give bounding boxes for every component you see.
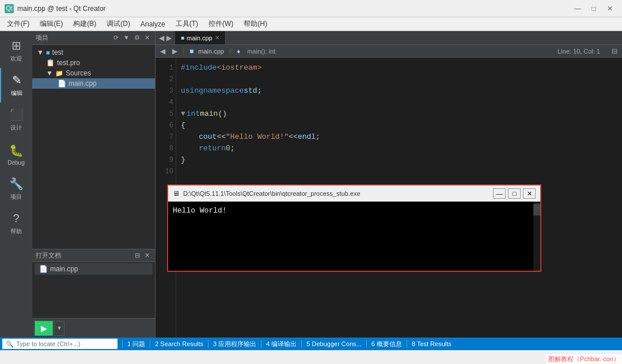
code-line-4 — [181, 97, 617, 108]
open-docs-split-icon[interactable]: ⊟ — [133, 251, 142, 260]
terminal-controls: — □ ✕ — [493, 188, 536, 199]
tab-back-icon[interactable]: ◀ — [159, 34, 164, 42]
project-icon-small: ■ — [46, 49, 50, 56]
code-line-2 — [181, 74, 617, 85]
tab-close-button[interactable]: ✕ — [215, 35, 219, 41]
open-docs-header: 打开文档 ⊟ ✕ — [32, 249, 155, 262]
toolbar-split-icon[interactable]: ⊟ — [609, 47, 620, 56]
welcome-icon: ⊞ — [12, 39, 21, 52]
menu-item-analyze[interactable]: Analyze — [136, 19, 170, 29]
terminal-popup: 🖥 D:\Qt\Qt5.11.1\Tools\QtCreator\bin\qtc… — [167, 184, 541, 272]
panel-settings-icon[interactable]: ⚙ — [132, 33, 142, 42]
status-compile-output[interactable]: 4 编译输出 — [261, 340, 301, 348]
status-debugger[interactable]: 5 Debugger Cons... — [302, 340, 366, 347]
debug-icon: 🐛 — [9, 143, 24, 157]
toolbar-back-icon[interactable]: ◀ — [158, 47, 168, 56]
code-line-8: return 0; — [181, 143, 617, 154]
tree-item-label-test: test — [52, 48, 63, 56]
terminal-title-area: 🖥 D:\Qt\Qt5.11.1\Tools\QtCreator\bin\qtc… — [173, 189, 361, 198]
project-panel-title: 项目 — [36, 33, 48, 42]
open-doc-label: main.cpp — [50, 265, 78, 273]
sidebar: ⊞ 欢迎 ✎ 编辑 ⬛ 设计 🐛 Debug 🔧 项目 ? 帮助 — [0, 31, 32, 338]
tree-item-testpro[interactable]: 📋 test.pro — [32, 58, 155, 68]
project-panel-header: 项目 ⟳ ▼ ⚙ ✕ — [32, 31, 155, 45]
open-doc-maincpp[interactable]: 📄 main.cpp — [35, 263, 153, 275]
run-controls: ▶ ▼ — [32, 318, 155, 338]
function-icon: ♦ — [237, 48, 241, 55]
scrollbar-thumb[interactable] — [533, 204, 540, 215]
terminal-output: Hello World! — [173, 206, 227, 215]
tab-name-breadcrumb: main.cpp — [198, 48, 224, 55]
sidebar-label-debug: Debug — [7, 160, 24, 166]
menu-item-e[interactable]: 编辑(E) — [35, 18, 67, 30]
terminal-titlebar: 🖥 D:\Qt\Qt5.11.1\Tools\QtCreator\bin\qtc… — [168, 185, 540, 202]
terminal-body: Hello World! — [168, 202, 540, 271]
tree-item-label-testpro: test.pro — [57, 59, 80, 67]
search-icon: 🔍 — [6, 340, 14, 348]
tree-item-maincpp[interactable]: 📄 main.cpp — [32, 78, 155, 89]
panel-header-icons: ⟳ ▼ ⚙ ✕ — [112, 33, 151, 42]
status-test-results[interactable]: 8 Test Results — [407, 340, 456, 347]
menu-item-f[interactable]: 文件(F) — [2, 18, 34, 30]
sidebar-item-project[interactable]: 🔧 项目 — [0, 172, 32, 206]
panel-filter-icon[interactable]: ▼ — [122, 33, 131, 42]
editor-area: ◀ ▶ ■ main.cpp ✕ ◀ ▶ ■ main.cpp # ♦ main… — [156, 31, 622, 338]
sidebar-item-edit[interactable]: ✎ 编辑 — [0, 68, 32, 103]
design-icon: ⬛ — [9, 108, 24, 122]
code-line-9: } — [181, 154, 617, 166]
tab-forward-icon[interactable]: ▶ — [166, 34, 172, 42]
breadcrumb-sep: # — [229, 47, 233, 55]
file-icon-cpp: 📄 — [58, 79, 66, 88]
menu-item-b[interactable]: 构建(B) — [69, 18, 101, 30]
status-general[interactable]: 6 概要信息 — [367, 340, 407, 348]
panel-close-icon[interactable]: ✕ — [143, 33, 151, 42]
search-input[interactable] — [16, 340, 114, 347]
sidebar-label-edit: 编辑 — [11, 89, 22, 97]
sidebar-item-help[interactable]: ? 帮助 — [0, 206, 32, 241]
tab-maincpp[interactable]: ■ main.cpp ✕ — [175, 31, 226, 44]
editor-toolbar: ◀ ▶ ■ main.cpp # ♦ main(): int Line: 10,… — [156, 45, 622, 58]
open-doc-icon: 📄 — [39, 265, 48, 273]
fold-icon-5[interactable]: ▼ — [181, 108, 185, 120]
code-line-3: using namespace std; — [181, 85, 617, 97]
terminal-close-btn[interactable]: ✕ — [523, 188, 536, 199]
open-docs-title: 打开文档 — [36, 251, 61, 260]
window-title: main.cpp @ test - Qt Creator — [17, 5, 106, 13]
terminal-minimize-btn[interactable]: — — [493, 188, 506, 199]
minimize-button[interactable]: — — [570, 3, 585, 14]
tree-item-sources[interactable]: ▼ 📁 Sources — [32, 68, 155, 78]
folder-icon: 📁 — [55, 70, 63, 77]
tree-item-label-maincpp: main.cpp — [69, 79, 97, 88]
menu-item-d[interactable]: 调试(D) — [102, 18, 135, 30]
maximize-button[interactable]: □ — [586, 3, 601, 14]
search-box[interactable]: 🔍 — [2, 339, 117, 349]
toolbar-forward-icon[interactable]: ▶ — [170, 47, 180, 56]
panel-sync-icon[interactable]: ⟳ — [112, 33, 120, 42]
tree-item-label-sources: Sources — [66, 69, 91, 77]
sidebar-item-design[interactable]: ⬛ 设计 — [0, 103, 32, 137]
menu-bar: 文件(F)编辑(E)构建(B)调试(D)Analyze工具(T)控件(W)帮助(… — [0, 17, 622, 31]
menu-item-t[interactable]: 工具(T) — [171, 18, 203, 30]
terminal-scrollbar[interactable] — [533, 202, 540, 271]
main-layout: ⊞ 欢迎 ✎ 编辑 ⬛ 设计 🐛 Debug 🔧 项目 ? 帮助 项目 ⟳ — [0, 31, 622, 338]
open-docs-close-icon[interactable]: ✕ — [143, 251, 151, 260]
run-dropdown-button[interactable]: ▼ — [54, 321, 65, 336]
run-button[interactable]: ▶ — [35, 321, 53, 336]
editor-tabs: ◀ ▶ ■ main.cpp ✕ — [156, 31, 622, 45]
toolbar-sep1 — [183, 47, 184, 55]
project-panel: 项目 ⟳ ▼ ⚙ ✕ ▼ ■ test 📋 test.pro — [32, 31, 156, 338]
status-search-results[interactable]: 2 Search Results — [150, 340, 208, 347]
sidebar-label-welcome: 欢迎 — [10, 55, 22, 63]
close-button[interactable]: ✕ — [602, 3, 617, 14]
window-controls: — □ ✕ — [570, 3, 617, 14]
code-container[interactable]: 1 2 3 4 5 6 7 8 9 10 #include <iostream>… — [156, 58, 622, 338]
menu-item-h[interactable]: 帮助(H) — [239, 18, 272, 30]
tree-item-test[interactable]: ▼ ■ test — [32, 47, 155, 58]
menu-item-w[interactable]: 控件(W) — [204, 18, 238, 30]
status-app-output[interactable]: 3 应用程序输出 — [208, 340, 261, 348]
status-problems[interactable]: 1 问题 — [123, 340, 150, 348]
terminal-maximize-btn[interactable]: □ — [508, 188, 521, 199]
sidebar-item-debug[interactable]: 🐛 Debug — [0, 137, 32, 172]
sidebar-label-help: 帮助 — [10, 227, 22, 236]
sidebar-item-welcome[interactable]: ⊞ 欢迎 — [0, 33, 32, 68]
